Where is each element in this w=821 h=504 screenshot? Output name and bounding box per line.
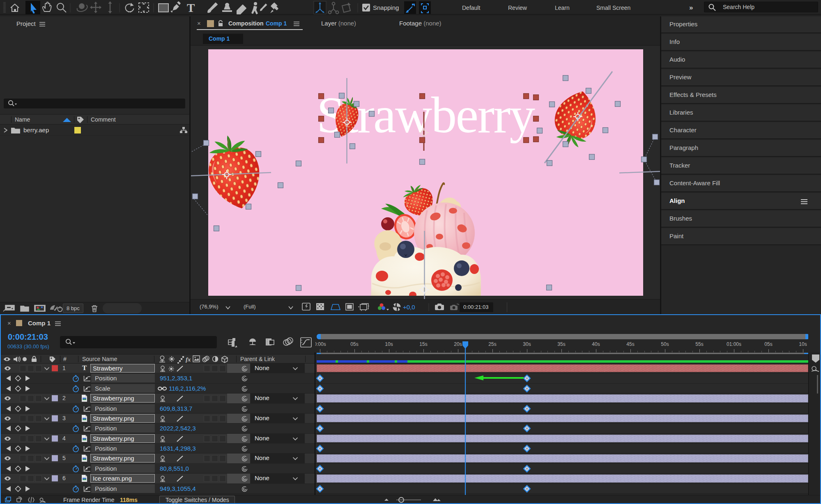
- svg-text:fx: fx: [186, 356, 191, 363]
- svg-text:+0,0: +0,0: [403, 304, 415, 311]
- svg-text:Snapping: Snapping: [373, 4, 399, 11]
- svg-text:T: T: [187, 1, 195, 14]
